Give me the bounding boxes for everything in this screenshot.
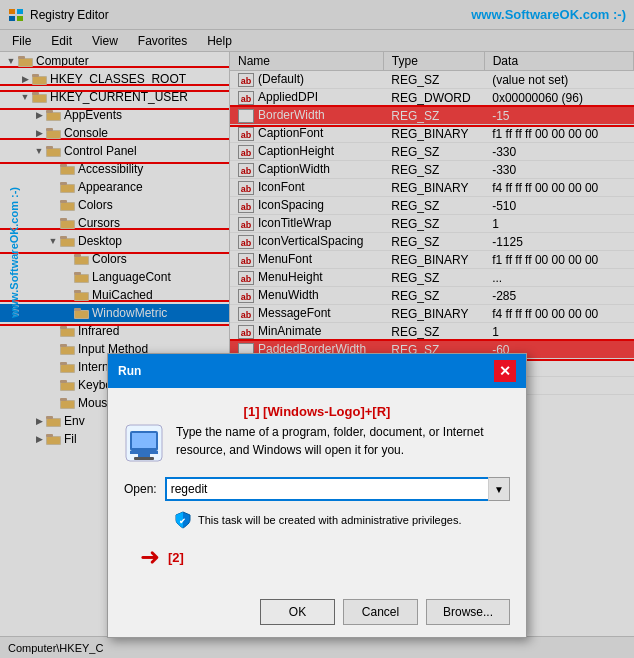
dialog-instruction: Type the name of a program, folder, docu… [176,423,510,459]
dialog-step2-label: [2] [168,550,184,565]
dialog-dropdown-button[interactable]: ▼ [488,477,510,501]
dialog-open-input[interactable] [165,477,510,501]
dialog-input-wrapper: ▼ [165,477,510,501]
dialog-buttons: OK Cancel Browse... [108,591,526,637]
dialog-ok-button[interactable]: OK [260,599,335,625]
dialog-annotation1: [1] [Windows-Logo]+[R] [124,404,510,419]
dialog-cancel-button[interactable]: Cancel [343,599,418,625]
dialog-header: Type the name of a program, folder, docu… [124,423,510,463]
admin-note-text: This task will be created with administr… [198,514,462,526]
svg-rect-73 [130,451,158,454]
dialog-title: Run [118,364,141,378]
dialog-browse-button[interactable]: Browse... [426,599,510,625]
dialog-open-label: Open: [124,482,157,496]
dialog-arrow-icon: ➜ [140,543,160,571]
svg-text:✔: ✔ [179,517,186,526]
dialog-open-row: Open: ▼ [124,477,510,501]
dialog-body: [1] [Windows-Logo]+[R] Type the name of … [108,388,526,591]
dialog-admin-note: ✔ This task will be created with adminis… [174,511,510,529]
dialog-titlebar: Run ✕ [108,354,526,388]
shield-icon: ✔ [174,511,192,529]
svg-rect-72 [132,433,156,448]
svg-rect-74 [138,454,150,457]
run-dialog: Run ✕ [1] [Windows-Logo]+[R] Type the na… [107,353,527,638]
dialog-overlay: Run ✕ [1] [Windows-Logo]+[R] Type the na… [0,0,634,658]
svg-rect-75 [134,457,154,460]
dialog-arrow-area: ➜ [2] [124,543,510,571]
dialog-close-button[interactable]: ✕ [494,360,516,382]
run-icon [124,423,164,463]
